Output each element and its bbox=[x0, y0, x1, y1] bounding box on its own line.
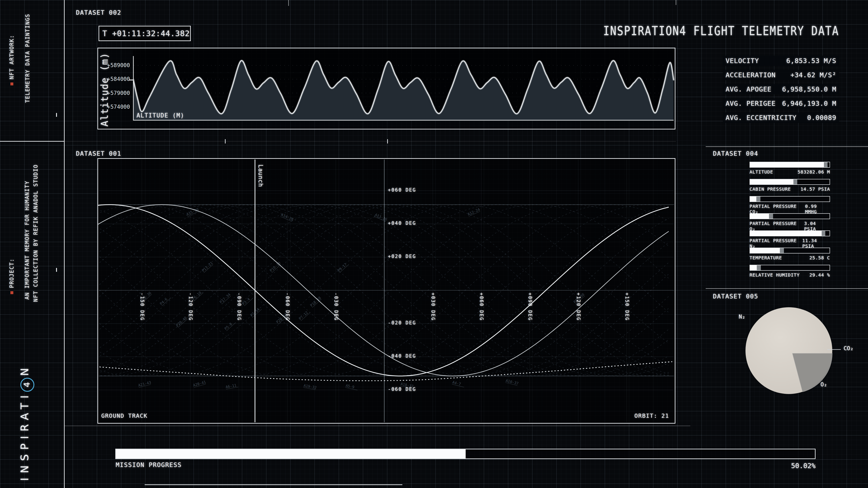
gauge-value: 583282.06 M bbox=[798, 169, 830, 175]
logo-circled-4-icon: 4 bbox=[20, 378, 34, 392]
red-square-bullet-icon bbox=[10, 83, 13, 86]
telemetry-dashboard: NFT ARTWORK: TELEMETRY DATA PAINTINGS PR… bbox=[0, 0, 868, 488]
gauge-fill-tip bbox=[822, 231, 825, 236]
divider-tick-2 bbox=[387, 139, 388, 143]
sidebar-nft-artwork-label: NFT ARTWORK: bbox=[8, 35, 15, 86]
sidebar-project-text: PROJECT: bbox=[8, 258, 15, 288]
longitude-tick-label: -150 DEG bbox=[140, 293, 145, 321]
stat-label: ACCELERATION bbox=[725, 71, 776, 79]
sidebar-nft-artwork-value: TELEMETRY DATA PAINTINGS bbox=[24, 13, 31, 103]
altitude-current-tick bbox=[129, 79, 133, 80]
gauge: PARTIAL PRESSURE N₂11.34 PSIA bbox=[749, 230, 830, 248]
gauge-label-row: CABIN PRESSURE14.57 PSIA bbox=[749, 186, 830, 192]
stat-label: VELOCITY bbox=[725, 57, 759, 65]
gauge-value: 3.04 PSIA bbox=[804, 221, 830, 232]
altitude-chart bbox=[133, 50, 675, 121]
latitude-tick-label: +040 DEG bbox=[388, 221, 416, 226]
gauge-bar bbox=[749, 230, 830, 236]
gauge-fill-level bbox=[750, 231, 822, 236]
top-section-divider-faint bbox=[64, 141, 676, 142]
gauge-label-row: ALTITUDE583282.06 M bbox=[749, 169, 830, 175]
altitude-y-tick: +584000 bbox=[97, 76, 130, 82]
stat-row: VELOCITY6,853.53 M/S bbox=[723, 56, 839, 66]
gauge-fill-tip bbox=[824, 162, 828, 167]
gauge-fill-level bbox=[750, 162, 824, 167]
stat-label: AVG. PERIGEE bbox=[725, 100, 776, 107]
gauge-value: 29.44 % bbox=[809, 272, 830, 278]
right-column-divider-2 bbox=[706, 288, 868, 289]
gauge-label-row: RELATIVE HUMIDITY29.44 % bbox=[749, 272, 830, 278]
longitude-tick-label: +150 DEG bbox=[624, 293, 630, 321]
gauge-fill-level bbox=[750, 214, 769, 219]
logo-text-pre: INSPIRATI bbox=[19, 391, 31, 481]
latitude-tick-label: +060 DEG bbox=[388, 187, 416, 193]
sidebar-nft-artwork-text: NFT ARTWORK: bbox=[8, 35, 15, 79]
launch-marker-label: Launch bbox=[257, 164, 264, 187]
mission-clock: T +01:11:32:44.382 bbox=[98, 26, 191, 41]
sidebar-tick-top bbox=[56, 113, 57, 117]
gauge-bar bbox=[749, 196, 830, 202]
gauge-label-row: PARTIAL PRESSURE CO₂0.99 MMHG bbox=[749, 203, 830, 215]
ground-panel-underline bbox=[64, 426, 690, 426]
sidebar-tick-bottom bbox=[56, 268, 57, 272]
red-square-bullet-icon bbox=[10, 291, 13, 294]
gauge-value: 25.58 C bbox=[809, 255, 830, 260]
sidebar-project-label: PROJECT: bbox=[8, 258, 15, 294]
longitude-tick-label: +030 DEG bbox=[430, 293, 436, 321]
gauge-fill-level bbox=[750, 265, 757, 270]
gauge-fill-tip bbox=[769, 214, 773, 219]
gauge-value: 0.99 MMHG bbox=[805, 203, 830, 215]
gauge-fill-level bbox=[750, 248, 780, 253]
gauge-value: 11.34 PSIA bbox=[802, 238, 830, 249]
sidebar-project-line1: AN IMPORTANT MEMORY FOR HUMANITY bbox=[24, 181, 30, 300]
stat-value: 6,958,550.0 M bbox=[782, 86, 836, 93]
pie-slice-label: N₂ bbox=[739, 314, 745, 320]
gauge-label: PARTIAL PRESSURE O₂ bbox=[749, 221, 804, 232]
stats-panel: VELOCITY6,853.53 M/SACCELERATION+34.62 M… bbox=[723, 56, 839, 123]
dataset-004-header: DATASET 004 bbox=[713, 150, 758, 157]
top-edge-tick-1 bbox=[288, 0, 289, 6]
gauge-value: 14.57 PSIA bbox=[801, 186, 830, 192]
stat-value: +34.62 M/S² bbox=[790, 71, 836, 79]
longitude-tick-label: -090 DEG bbox=[237, 293, 242, 321]
gauge-label: PARTIAL PRESSURE CO₂ bbox=[749, 203, 805, 215]
gauge-label-row: TEMPERATURE25.58 C bbox=[749, 255, 830, 260]
stat-row: AVG. PERIGEE6,946,193.0 M bbox=[723, 98, 839, 109]
longitude-tick-label: -060 DEG bbox=[285, 293, 290, 321]
stat-value: 6,946,193.0 M bbox=[782, 100, 836, 107]
dataset-001-header: DATASET 001 bbox=[76, 150, 121, 157]
gauge-label-row: PARTIAL PRESSURE N₂11.34 PSIA bbox=[749, 238, 830, 249]
longitude-tick-label: -120 DEG bbox=[188, 293, 193, 321]
sidebar-project-line2: NFT COLLECTION BY REFIK ANADOL STUDIO bbox=[33, 164, 39, 302]
right-column-divider-1 bbox=[706, 147, 868, 147]
ground-track-title: GROUND TRACK bbox=[101, 413, 148, 419]
longitude-tick-label: +120 DEG bbox=[576, 293, 581, 321]
mission-progress-fill bbox=[116, 449, 466, 458]
gauge: TEMPERATURE25.58 C bbox=[749, 248, 830, 265]
gauge-label: ALTITUDE bbox=[749, 169, 773, 175]
sidebar-section-divider bbox=[0, 141, 64, 142]
longitude-tick-label: +060 DEG bbox=[479, 293, 484, 321]
stat-value: 0.00089 bbox=[807, 114, 836, 122]
gauge-fill-tip bbox=[794, 180, 798, 184]
stat-row: AVG. APOGEE6,958,550.0 M bbox=[723, 84, 839, 94]
page-title: INSPIRATION4 FLIGHT TELEMETRY DATA bbox=[603, 24, 839, 38]
altitude-y-tick: +574000 bbox=[97, 104, 130, 110]
life-support-gauges: ALTITUDE583282.06 MCABIN PRESSURE14.57 P… bbox=[749, 162, 830, 282]
gauge-fill-level bbox=[750, 180, 794, 184]
mission-progress-value: 50.02% bbox=[791, 462, 815, 470]
stat-label: AVG. APOGEE bbox=[725, 86, 772, 93]
longitude-tick-label: -030 DEG bbox=[333, 293, 339, 321]
ground-track-chart: A15-30A14-28A13-26A12-24P11-21P10-19P9-1… bbox=[98, 159, 675, 423]
latitude-tick-label: -060 DEG bbox=[388, 387, 416, 392]
gauge: PARTIAL PRESSURE O₂3.04 PSIA bbox=[749, 213, 830, 230]
altitude-y-tick: +589000 bbox=[97, 62, 130, 68]
mission-progress-label: MISSION PROGRESS bbox=[116, 461, 182, 468]
gauge: PARTIAL PRESSURE CO₂0.99 MMHG bbox=[749, 196, 830, 213]
latitude-tick-label: -020 DEG bbox=[388, 320, 416, 326]
gauge-bar bbox=[749, 162, 830, 168]
divider-tick-1 bbox=[225, 139, 225, 143]
pie-slice-label: O₂ bbox=[820, 381, 827, 388]
orbit-counter: ORBIT: 21 bbox=[634, 413, 669, 419]
gauge-label-row: PARTIAL PRESSURE O₂3.04 PSIA bbox=[749, 221, 830, 232]
